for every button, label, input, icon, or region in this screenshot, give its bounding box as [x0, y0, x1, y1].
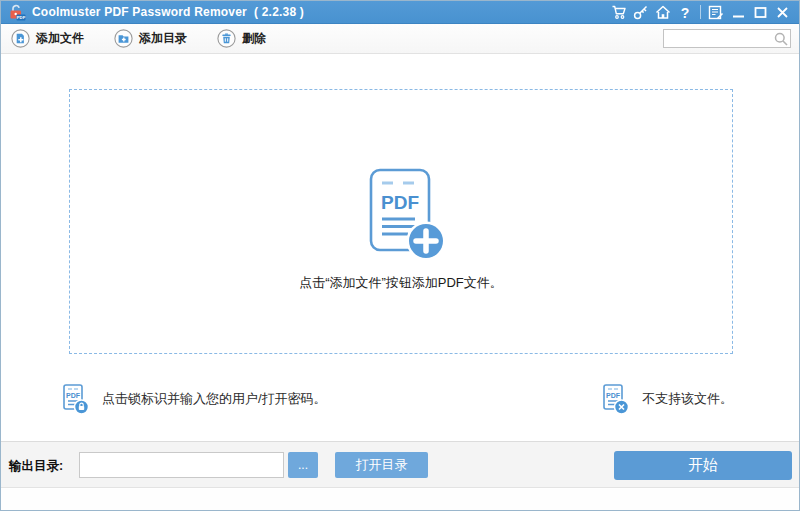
- titlebar-divider: [700, 5, 701, 19]
- titlebar: PDF Coolmuster PDF Password Remover ( 2.…: [1, 1, 799, 24]
- pdf-dropzone[interactable]: PDF 点击“添加文件”按钮添加PDF文件。: [69, 89, 733, 354]
- maximize-button[interactable]: [749, 2, 771, 22]
- pdf-add-icon: PDF: [354, 168, 449, 264]
- home-icon: [655, 5, 671, 20]
- output-dir-input[interactable]: [79, 452, 284, 478]
- start-button[interactable]: 开始: [614, 451, 792, 480]
- register-button[interactable]: [630, 2, 652, 22]
- cart-icon: [611, 5, 627, 20]
- search-icon[interactable]: [773, 31, 789, 47]
- add-file-label: 添加文件: [36, 30, 84, 47]
- bottom-bar: 输出目录: ... 打开目录 开始: [1, 441, 800, 488]
- pdf-lock-icon: PDF: [62, 383, 89, 415]
- add-file-button[interactable]: 添加文件: [11, 29, 84, 48]
- delete-icon: [217, 29, 236, 48]
- output-dir-label: 输出目录:: [9, 458, 63, 475]
- dropzone-hint-text: 点击“添加文件”按钮添加PDF文件。: [299, 274, 503, 292]
- open-directory-button[interactable]: 打开目录: [335, 452, 428, 478]
- feedback-icon: [708, 5, 724, 20]
- unsupported-hint: PDF 不支持该文件。: [602, 383, 733, 415]
- delete-button[interactable]: 删除: [217, 29, 266, 48]
- add-folder-label: 添加目录: [139, 30, 187, 47]
- password-hint: PDF 点击锁标识并输入您的用户/打开密码。: [62, 383, 327, 415]
- search-box: [663, 29, 791, 48]
- pdf-small-label: PDF: [66, 392, 81, 399]
- pdf-label: PDF: [381, 192, 419, 213]
- svg-text:?: ?: [681, 5, 690, 20]
- close-button[interactable]: [771, 2, 793, 22]
- pdf-small-label: PDF: [606, 392, 621, 399]
- window-title: Coolmuster PDF Password Remover ( 2.2.38…: [32, 5, 304, 19]
- main-area: PDF 点击“添加文件”按钮添加PDF文件。 PDF 点击锁标识并输入您的用户/…: [1, 54, 800, 441]
- minimize-icon: [732, 6, 745, 19]
- search-input[interactable]: [664, 31, 773, 46]
- maximize-icon: [754, 6, 767, 19]
- close-icon: [776, 6, 789, 19]
- feedback-button[interactable]: [705, 2, 727, 22]
- delete-label: 删除: [242, 30, 266, 47]
- browse-button[interactable]: ...: [288, 452, 318, 478]
- app-window: PDF Coolmuster PDF Password Remover ( 2.…: [0, 0, 800, 511]
- home-button[interactable]: [652, 2, 674, 22]
- footer-strip: [1, 489, 800, 511]
- toolbar: 添加文件 添加目录 删除: [1, 24, 799, 54]
- minimize-button[interactable]: [727, 2, 749, 22]
- help-button[interactable]: ?: [674, 2, 696, 22]
- app-logo-icon: PDF: [9, 4, 26, 21]
- svg-text:PDF: PDF: [17, 15, 26, 20]
- add-folder-icon: [114, 29, 133, 48]
- add-file-icon: [11, 29, 30, 48]
- store-button[interactable]: [608, 2, 630, 22]
- help-icon: ?: [679, 5, 691, 20]
- key-icon: [633, 4, 649, 20]
- unsupported-hint-text: 不支持该文件。: [642, 390, 733, 408]
- add-folder-button[interactable]: 添加目录: [114, 29, 187, 48]
- password-hint-text: 点击锁标识并输入您的用户/打开密码。: [102, 390, 327, 408]
- pdf-error-icon: PDF: [602, 383, 629, 415]
